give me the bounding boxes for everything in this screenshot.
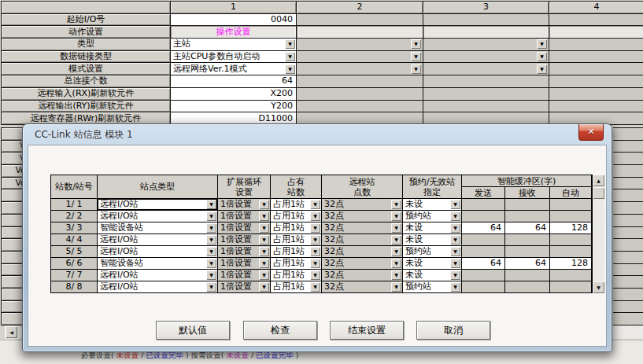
reserve-station-dropdown[interactable]: 未设▼ [403,234,461,245]
cyclic-setting-dropdown[interactable]: 1倍设置▼ [218,281,270,292]
dropdown-arrow-icon[interactable]: ▼ [411,64,421,74]
remote-points-dropdown[interactable]: 32点▼ [322,270,402,281]
buffer-send-cell[interactable] [462,246,504,257]
buffer-auto-cell[interactable] [550,270,591,281]
close-button[interactable]: ✕ [578,124,604,141]
buffer-receive-cell[interactable] [505,270,549,281]
station-type-dropdown[interactable]: 智能设备站▼ [98,222,217,233]
dropdown-arrow-icon[interactable]: ▼ [450,211,460,221]
occupied-stations-dropdown[interactable]: 占用1站▼ [271,199,321,210]
remote-points-dropdown[interactable]: 32点▼ [322,246,402,257]
reserve-station-dropdown[interactable]: 预约站▼ [403,246,461,257]
dropdown-arrow-icon[interactable]: ▼ [310,259,320,268]
buffer-auto-cell[interactable] [550,281,591,292]
param-dropdown[interactable] [549,63,643,75]
dropdown-arrow-icon[interactable]: ▼ [310,200,320,209]
buffer-send-cell[interactable]: 64 [462,222,504,233]
dropdown-arrow-icon[interactable]: ▼ [411,52,421,61]
occupied-stations-dropdown[interactable]: 占用1站▼ [271,234,321,245]
buffer-receive-cell[interactable]: 64 [505,258,549,269]
dropdown-arrow-icon[interactable]: ▼ [450,282,460,292]
param-value-cell[interactable]: X200 [171,88,296,100]
dropdown-arrow-icon[interactable]: ▼ [310,270,320,280]
param-dropdown[interactable]: 远程网络Ver.1模式▼ [171,63,296,75]
buffer-send-cell[interactable] [462,270,504,281]
dropdown-arrow-icon[interactable]: ▼ [310,223,320,233]
dropdown-arrow-icon[interactable]: ▼ [259,235,269,245]
buffer-receive-cell[interactable] [505,211,549,222]
dropdown-arrow-icon[interactable]: ▼ [537,52,547,61]
dropdown-arrow-icon[interactable]: ▼ [391,270,401,280]
param-dropdown[interactable]: ▼ [423,51,549,63]
dropdown-arrow-icon[interactable]: ▼ [285,64,295,74]
reserve-station-dropdown[interactable]: 未设▼ [403,270,461,281]
cancel-button[interactable]: 取消 [416,321,490,340]
remote-points-dropdown[interactable]: 32点▼ [322,234,402,245]
cyclic-setting-dropdown[interactable]: 1倍设置▼ [218,199,270,210]
vertical-scrollbar[interactable]: ▲ ▼ [592,175,605,293]
dropdown-arrow-icon[interactable]: ▼ [259,259,269,268]
dropdown-arrow-icon[interactable]: ▼ [391,235,401,245]
scroll-left-button[interactable]: ◀ [6,326,17,338]
buffer-receive-cell[interactable] [505,281,549,292]
station-type-dropdown[interactable]: 智能设备站▼ [98,258,217,269]
default-button[interactable]: 默认值 [156,321,230,340]
param-dropdown[interactable]: ▼ [423,63,549,75]
remote-points-dropdown[interactable]: 32点▼ [322,199,402,210]
dropdown-arrow-icon[interactable]: ▼ [310,282,320,292]
cyclic-setting-dropdown[interactable]: 1倍设置▼ [218,211,270,222]
occupied-stations-dropdown[interactable]: 占用1站▼ [271,258,321,269]
dropdown-arrow-icon[interactable]: ▼ [206,259,216,268]
buffer-auto-cell[interactable] [550,199,591,210]
check-button[interactable]: 检查 [243,321,317,340]
station-type-dropdown[interactable]: 远程I/O站▼ [98,199,217,210]
buffer-auto-cell[interactable]: 128 [550,222,591,233]
param-value-cell[interactable]: 64 [171,75,296,87]
dropdown-arrow-icon[interactable]: ▼ [310,235,320,245]
param-dropdown[interactable] [549,51,643,63]
dropdown-arrow-icon[interactable]: ▼ [259,247,269,256]
buffer-receive-cell[interactable] [505,234,549,245]
reserve-station-dropdown[interactable]: 未设▼ [403,258,461,269]
dropdown-arrow-icon[interactable]: ▼ [310,247,320,256]
dropdown-arrow-icon[interactable]: ▼ [206,247,216,256]
buffer-auto-cell[interactable] [550,234,591,245]
param-dropdown[interactable]: 主站CPU参数自动启动▼ [171,51,296,63]
dropdown-arrow-icon[interactable]: ▼ [285,39,295,49]
dropdown-arrow-icon[interactable]: ▼ [537,39,547,49]
station-type-dropdown[interactable]: 远程I/O站▼ [98,211,217,222]
param-action-cell[interactable] [549,26,643,38]
dropdown-arrow-icon[interactable]: ▼ [391,282,401,292]
dropdown-arrow-icon[interactable]: ▼ [259,211,269,221]
cyclic-setting-dropdown[interactable]: 1倍设置▼ [218,222,270,233]
occupied-stations-dropdown[interactable]: 占用1站▼ [271,281,321,292]
cyclic-setting-dropdown[interactable]: 1倍设置▼ [218,270,270,281]
station-type-dropdown[interactable]: 远程I/O站▼ [98,281,217,292]
cyclic-setting-dropdown[interactable]: 1倍设置▼ [218,234,270,245]
buffer-send-cell[interactable] [462,234,504,245]
dropdown-arrow-icon[interactable]: ▼ [450,270,460,280]
dropdown-arrow-icon[interactable]: ▼ [391,259,401,268]
occupied-stations-dropdown[interactable]: 占用1站▼ [271,246,321,257]
occupied-stations-dropdown[interactable]: 占用1站▼ [271,211,321,222]
dropdown-arrow-icon[interactable]: ▼ [450,223,460,233]
dropdown-arrow-icon[interactable]: ▼ [206,223,216,233]
dropdown-arrow-icon[interactable]: ▼ [450,259,460,268]
reserve-station-dropdown[interactable]: 未设▼ [403,199,461,210]
dropdown-arrow-icon[interactable]: ▼ [450,247,460,256]
remote-points-dropdown[interactable]: 32点▼ [322,281,402,292]
buffer-send-cell[interactable] [462,281,504,292]
dropdown-arrow-icon[interactable]: ▼ [391,247,401,256]
buffer-auto-cell[interactable]: 128 [550,258,591,269]
dropdown-arrow-icon[interactable]: ▼ [391,200,401,209]
buffer-auto-cell[interactable] [550,211,591,222]
occupied-stations-dropdown[interactable]: 占用1站▼ [271,222,321,233]
station-type-dropdown[interactable]: 远程I/O站▼ [98,234,217,245]
buffer-receive-cell[interactable]: 64 [505,222,549,233]
operation-setting-link[interactable]: 操作设置 [171,26,296,38]
station-type-dropdown[interactable]: 远程I/O站▼ [98,246,217,257]
param-value-cell[interactable]: 0040 [171,14,296,26]
dropdown-arrow-icon[interactable]: ▼ [206,282,216,292]
buffer-send-cell[interactable] [462,199,504,210]
param-dropdown[interactable] [549,39,643,50]
